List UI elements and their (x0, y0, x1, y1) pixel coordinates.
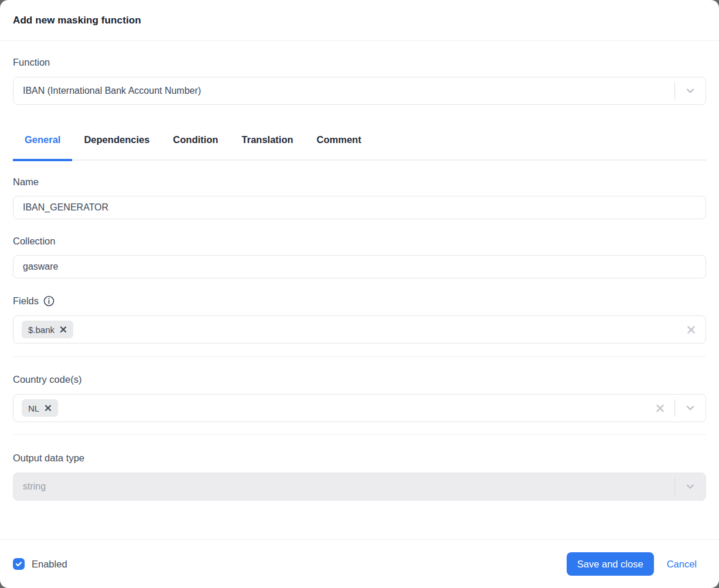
modal-header: Add new masking function (0, 0, 719, 41)
output-data-type-label: Output data type (13, 453, 706, 464)
modal-footer: Enabled Save and close Cancel (0, 539, 719, 588)
tab-condition[interactable]: Condition (161, 134, 230, 159)
tab-translation[interactable]: Translation (230, 134, 305, 159)
tab-general[interactable]: General (13, 134, 72, 159)
save-and-close-button[interactable]: Save and close (567, 552, 654, 576)
name-input[interactable] (13, 196, 706, 219)
country-codes-multiselect[interactable]: NL (13, 394, 706, 422)
chevron-down-icon[interactable] (675, 86, 706, 96)
country-chip: NL (22, 399, 58, 417)
tab-comment[interactable]: Comment (305, 134, 373, 159)
remove-x-icon[interactable] (45, 405, 52, 412)
checkmark-icon (15, 560, 22, 567)
fields-label: Fields (13, 295, 706, 307)
add-masking-function-modal: Add new masking function Function IBAN (… (0, 0, 719, 588)
collection-label: Collection (13, 236, 706, 247)
info-circle-icon[interactable] (43, 295, 54, 307)
modal-body: Function IBAN (International Bank Accoun… (0, 41, 719, 539)
function-label: Function (13, 57, 706, 68)
chevron-down-icon[interactable] (675, 403, 706, 413)
clear-x-icon[interactable] (645, 403, 674, 413)
clear-x-icon[interactable] (676, 325, 706, 335)
output-data-type-value: string (23, 481, 674, 492)
field-chip: $.bank (22, 321, 73, 338)
output-data-type-select: string (13, 473, 706, 501)
enabled-label: Enabled (32, 559, 67, 570)
collection-input[interactable] (13, 255, 706, 278)
modal-title: Add new masking function (13, 15, 706, 26)
country-chip-label: NL (28, 403, 39, 413)
cancel-link[interactable]: Cancel (667, 559, 697, 570)
chevron-down-icon (675, 481, 706, 492)
name-label: Name (13, 176, 706, 188)
section-divider (13, 356, 706, 357)
function-select[interactable]: IBAN (International Bank Account Number) (13, 77, 706, 105)
function-select-value: IBAN (International Bank Account Number) (23, 86, 674, 96)
section-divider (13, 434, 706, 435)
remove-x-icon[interactable] (60, 326, 67, 333)
field-chip-label: $.bank (28, 325, 54, 335)
enabled-checkbox[interactable] (13, 558, 25, 570)
tab-bar: General Dependencies Condition Translati… (13, 134, 706, 161)
fields-multiselect[interactable]: $.bank (13, 315, 706, 344)
tab-dependencies[interactable]: Dependencies (72, 134, 161, 159)
country-codes-label: Country code(s) (13, 374, 706, 385)
